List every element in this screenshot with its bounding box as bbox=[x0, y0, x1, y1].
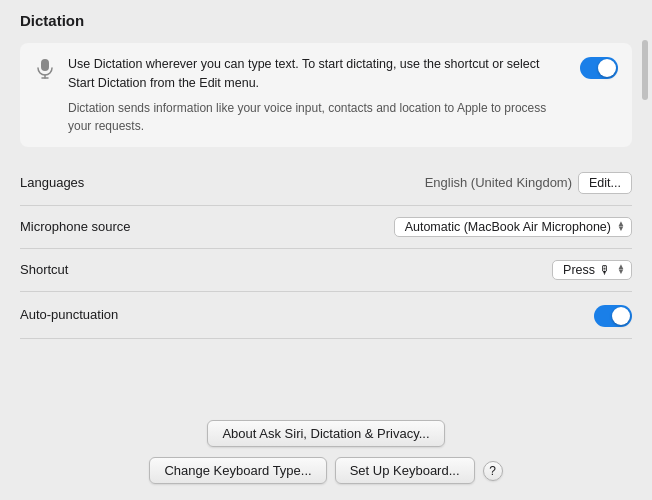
languages-edit-button[interactable]: Edit... bbox=[578, 172, 632, 194]
microphone-icon bbox=[34, 57, 56, 82]
microphone-value: Automatic (MacBook Air Microphone) ▲ ▼ bbox=[394, 217, 632, 237]
about-dictation-button[interactable]: About Ask Siri, Dictation & Privacy... bbox=[207, 420, 444, 447]
page-title: Dictation bbox=[20, 12, 632, 29]
bottom-buttons-row: Change Keyboard Type... Set Up Keyboard.… bbox=[20, 457, 632, 484]
shortcut-stepper-arrows: ▲ ▼ bbox=[617, 265, 625, 275]
auto-punctuation-row: Auto-punctuation bbox=[20, 292, 632, 339]
info-card-content: Use Dictation wherever you can type text… bbox=[68, 55, 568, 135]
dictation-toggle[interactable] bbox=[580, 57, 618, 79]
languages-row: Languages English (United Kingdom) Edit.… bbox=[20, 161, 632, 206]
microphone-row: Microphone source Automatic (MacBook Air… bbox=[20, 206, 632, 249]
microphone-stepper[interactable]: Automatic (MacBook Air Microphone) ▲ ▼ bbox=[394, 217, 632, 237]
microphone-label: Microphone source bbox=[20, 219, 131, 234]
shortcut-value: Press 🎙 ▲ ▼ bbox=[552, 260, 632, 280]
bottom-area: About Ask Siri, Dictation & Privacy... C… bbox=[0, 410, 652, 500]
shortcut-mic-icon: 🎙 bbox=[599, 263, 611, 277]
auto-punctuation-value bbox=[594, 303, 632, 327]
scrollbar-thumb bbox=[642, 40, 648, 100]
microphone-stepper-text: Automatic (MacBook Air Microphone) bbox=[405, 220, 611, 234]
help-button[interactable]: ? bbox=[483, 461, 503, 481]
dictation-settings-page: Dictation Use Dictation wherever you can… bbox=[0, 0, 652, 500]
info-secondary-text: Dictation sends information like your vo… bbox=[68, 99, 568, 135]
languages-value: English (United Kingdom) Edit... bbox=[425, 172, 632, 194]
scrollbar[interactable] bbox=[642, 40, 648, 440]
shortcut-stepper[interactable]: Press 🎙 ▲ ▼ bbox=[552, 260, 632, 280]
languages-value-text: English (United Kingdom) bbox=[425, 175, 572, 190]
change-keyboard-button[interactable]: Change Keyboard Type... bbox=[149, 457, 326, 484]
shortcut-press-text: Press bbox=[563, 263, 595, 277]
setup-keyboard-button[interactable]: Set Up Keyboard... bbox=[335, 457, 475, 484]
svg-rect-0 bbox=[41, 59, 49, 71]
shortcut-stepper-down: ▼ bbox=[617, 270, 625, 275]
auto-punctuation-toggle[interactable] bbox=[594, 305, 632, 327]
about-row: About Ask Siri, Dictation & Privacy... bbox=[20, 420, 632, 447]
info-primary-text: Use Dictation wherever you can type text… bbox=[68, 55, 568, 93]
microphone-stepper-arrows: ▲ ▼ bbox=[617, 222, 625, 232]
info-card: Use Dictation wherever you can type text… bbox=[20, 43, 632, 147]
shortcut-row: Shortcut Press 🎙 ▲ ▼ bbox=[20, 249, 632, 292]
stepper-down-arrow: ▼ bbox=[617, 227, 625, 232]
auto-punctuation-label: Auto-punctuation bbox=[20, 307, 118, 322]
languages-label: Languages bbox=[20, 175, 84, 190]
shortcut-label: Shortcut bbox=[20, 262, 68, 277]
